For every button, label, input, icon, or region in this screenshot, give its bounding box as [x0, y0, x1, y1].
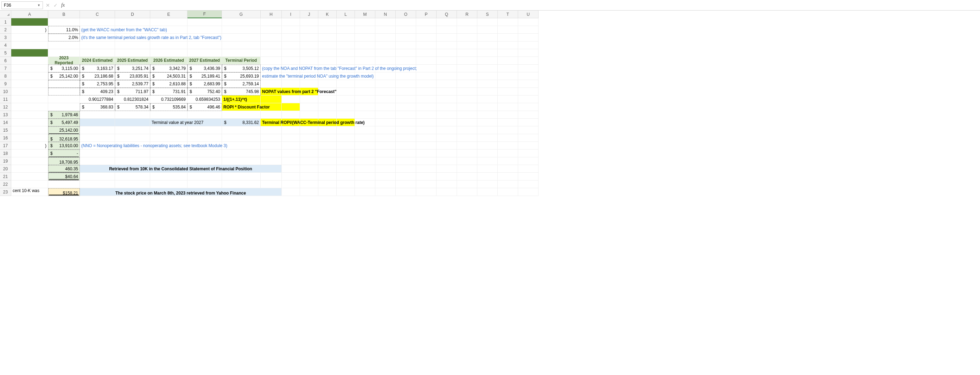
cell-A7[interactable] [11, 65, 48, 72]
cell-B23[interactable]: $158.21 [48, 188, 80, 196]
cell-E8[interactable]: $24,503.31 [150, 72, 188, 80]
cell-B19[interactable]: 18,708.95 [48, 157, 80, 165]
cell-F12[interactable]: $496.46 [188, 103, 222, 111]
cell-G12[interactable]: ROPI * Discount Factor [222, 103, 261, 111]
col-I[interactable]: I [282, 11, 300, 18]
cell-E1[interactable] [150, 18, 188, 26]
cell-G7[interactable]: $3,505.12 [222, 65, 261, 72]
cell-H14[interactable]: Terminal ROPI/(WACC-Terminal period grow… [261, 119, 282, 127]
cell-D10[interactable]: $711.97 [115, 88, 150, 95]
cell-A17[interactable]: ) [11, 142, 48, 150]
col-R[interactable]: R [457, 11, 477, 18]
cell-H10[interactable]: NOPAT values from part 2 "Forecast" [261, 88, 282, 95]
cell-G14[interactable]: $8,331.62 [222, 119, 261, 127]
row-2[interactable]: 2 [0, 26, 11, 34]
col-E[interactable]: E [150, 11, 188, 18]
enter-icon[interactable]: ✓ [54, 2, 58, 8]
cell-H1[interactable] [261, 18, 282, 26]
cell-C8[interactable]: $23,186.68 [80, 72, 115, 80]
cell-H8[interactable]: estimate the "terminal period NOA" using… [261, 72, 282, 80]
cell-H7[interactable]: (copy the NOA and NOPAT from the tab "Fo… [261, 65, 282, 72]
col-S[interactable]: S [477, 11, 498, 18]
col-U[interactable]: U [518, 11, 539, 18]
row-23[interactable]: 23 [0, 188, 11, 196]
cell-G1[interactable] [222, 18, 261, 26]
col-B[interactable]: B [48, 11, 80, 18]
cell-E11[interactable]: 0.732109669 [150, 95, 188, 103]
cell-C23[interactable]: The stock price on March 8th, 2023 retri… [80, 188, 282, 196]
cell-D9[interactable]: $2,539.77 [115, 80, 150, 88]
col-C[interactable]: C [80, 11, 115, 18]
cancel-icon[interactable]: ✕ [46, 2, 50, 8]
row-20[interactable]: 20 [0, 165, 11, 173]
cell-E14[interactable]: Terminal value at year 2027 [150, 119, 188, 127]
cell-A1[interactable] [11, 18, 48, 26]
cell-D8[interactable]: $23,835.91 [115, 72, 150, 80]
cell-B10[interactable] [48, 88, 80, 95]
col-G[interactable]: G [222, 11, 261, 18]
cell-B9[interactable] [48, 80, 80, 88]
cell-B13[interactable]: $1,979.46 [48, 111, 80, 119]
row-14[interactable]: 14 [0, 119, 11, 127]
cell-F8[interactable]: $25,189.41 [188, 72, 222, 80]
hdr-terminal[interactable]: Terminal Period [222, 57, 261, 65]
col-N[interactable]: N [375, 11, 396, 18]
hdr-2024[interactable]: 2024 Estimated [80, 57, 115, 65]
col-A[interactable]: A [11, 11, 48, 18]
row-7[interactable]: 7 [0, 65, 11, 72]
spreadsheet-grid[interactable]: ◢ A B C D E F G H I J K L M N O P Q R S … [0, 11, 980, 196]
cell-D1[interactable] [115, 18, 150, 26]
cell-B17[interactable]: $13,910.00 [48, 142, 80, 150]
cell-A2[interactable]: ) [11, 26, 48, 34]
cell-C2[interactable]: (get the WACC number from the "WACC" tab… [80, 26, 115, 34]
cell-F9[interactable]: $2,683.99 [188, 80, 222, 88]
cell-F10[interactable]: $752.40 [188, 88, 222, 95]
col-F[interactable]: F [188, 11, 222, 18]
cell-A6[interactable] [11, 57, 48, 65]
cell-E10[interactable]: $731.91 [150, 88, 188, 95]
row-21[interactable]: 21 [0, 173, 11, 180]
cell-C10[interactable]: $409.23 [80, 88, 115, 95]
row-1[interactable]: 1 [0, 18, 11, 26]
cell-A23[interactable]: cent 10-K was [11, 188, 48, 196]
row-4[interactable]: 4 [0, 41, 11, 49]
cell-C11[interactable]: 0.901277884 [80, 95, 115, 103]
hdr-2023[interactable]: 2023 Reported [48, 57, 80, 65]
cell-C1[interactable] [80, 18, 115, 26]
row-9[interactable]: 9 [0, 80, 11, 88]
cell-G10[interactable]: $745.98 [222, 88, 261, 95]
cell-E12[interactable]: $535.84 [150, 103, 188, 111]
row-19[interactable]: 19 [0, 157, 11, 165]
name-box[interactable]: F36 ▼ [2, 2, 43, 9]
cell-B3[interactable]: 2.0% [48, 34, 80, 41]
col-L[interactable]: L [337, 11, 355, 18]
cell-A3[interactable] [11, 34, 48, 41]
formula-input[interactable] [68, 2, 980, 9]
cell-F11[interactable]: 0.659834253 [188, 95, 222, 103]
row-12[interactable]: 12 [0, 103, 11, 111]
col-D[interactable]: D [115, 11, 150, 18]
row-16[interactable]: 16 [0, 134, 11, 142]
row-8[interactable]: 8 [0, 72, 11, 80]
row-13[interactable]: 13 [0, 111, 11, 119]
cell-B14[interactable]: $5,497.49 [48, 119, 80, 127]
col-H[interactable]: H [261, 11, 282, 18]
col-T[interactable]: T [498, 11, 518, 18]
cell-C9[interactable]: $2,753.95 [80, 80, 115, 88]
cell-F1[interactable] [188, 18, 222, 26]
col-O[interactable]: O [396, 11, 416, 18]
cell-G11[interactable]: 1/((1+.11)^t) [222, 95, 261, 103]
row-3[interactable]: 3 [0, 34, 11, 41]
cell-I1[interactable] [282, 18, 300, 26]
cell-B20[interactable]: 460.35 [48, 165, 80, 173]
cell-B18[interactable]: $- [48, 150, 80, 157]
row-11[interactable]: 11 [0, 95, 11, 103]
hdr-2027[interactable]: 2027 Estimated [188, 57, 222, 65]
cell-D11[interactable]: 0.812301824 [115, 95, 150, 103]
cell-G9[interactable]: $2,759.14 [222, 80, 261, 88]
cell-B21[interactable]: $40.64 [48, 173, 80, 180]
cell-B2[interactable]: 11.0% [48, 26, 80, 34]
row-15[interactable]: 15 [0, 127, 11, 134]
cell-F7[interactable]: $3,436.39 [188, 65, 222, 72]
cell-B1[interactable] [48, 18, 80, 26]
